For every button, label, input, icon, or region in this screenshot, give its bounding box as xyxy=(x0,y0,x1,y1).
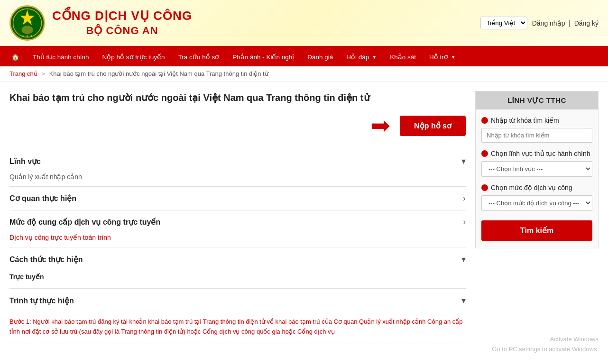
language-select[interactable]: Tiếng Việt English xyxy=(480,17,527,29)
accordion-cach-thuc-content: Trực tuyến xyxy=(9,271,466,288)
hoi-dap-arrow-icon: ▼ xyxy=(372,55,377,60)
svg-point-3 xyxy=(22,26,33,34)
page-title: Khai báo tạm trú cho người nước ngoài tạ… xyxy=(9,91,466,104)
linh-vuc-chevron-down-icon: ▾ xyxy=(461,156,466,166)
submit-button[interactable]: Nộp hồ sơ xyxy=(400,116,466,136)
accordion-muc-do-header[interactable]: Mức độ cung cấp dịch vụ công trực tuyến … xyxy=(9,210,466,234)
accordion-linh-vuc-content: Quản lý xuất nhập cảnh xyxy=(9,173,466,186)
accordion-linh-vuc-header[interactable]: Lĩnh vực ▾ xyxy=(9,149,466,173)
nav-item-nop-ho-so[interactable]: Nộp hồ sơ trực tuyến xyxy=(96,47,172,66)
search-label: Nhập từ khóa tìm kiếm xyxy=(481,117,592,124)
accordion-cach-thuc-header[interactable]: Cách thức thực hiện ▾ xyxy=(9,247,466,271)
accordion-muc-do-title: Mức độ cung cấp dịch vụ công trực tuyến xyxy=(9,218,160,227)
header-right: Tiếng Việt English Đăng nhập | Đăng ký xyxy=(480,17,599,29)
sidebar-title: LĨNH VỰC TTHC xyxy=(476,91,598,109)
domain-radio-icon xyxy=(481,150,488,157)
breadcrumb-current: Khai báo tạm trú cho người nước ngoài tạ… xyxy=(49,70,268,77)
search-radio-icon xyxy=(481,117,488,124)
domain-label-text: Chọn lĩnh vực thủ tục hành chính xyxy=(491,150,590,157)
nav-item-tra-cuu[interactable]: Tra cứu hồ sơ xyxy=(172,47,226,66)
nav-item-thu-tuc[interactable]: Thủ tục hành chính xyxy=(26,47,96,66)
nav-item-ho-tro[interactable]: Hỗ trợ ▼ xyxy=(423,47,462,66)
accordion-trinh-tu: Trình tự thực hiện ▾ Bước 1: Người khai … xyxy=(9,289,466,343)
accordion-trinh-tu-header[interactable]: Trình tự thực hiện ▾ xyxy=(9,289,466,312)
accordion-cach-thuc: Cách thức thực hiện ▾ Trực tuyến xyxy=(9,247,466,289)
level-radio-icon xyxy=(481,184,488,191)
accordion-linh-vuc-title: Lĩnh vực xyxy=(9,157,41,166)
svg-text:✦ ✦ ✦: ✦ ✦ ✦ xyxy=(21,34,33,38)
level-label: Chọn mức độ dịch vụ công xyxy=(481,184,592,191)
accordion-co-quan-header[interactable]: Cơ quan thực hiện › xyxy=(9,187,466,210)
accordion-co-quan-title: Cơ quan thực hiện xyxy=(9,194,76,203)
nav-item-phan-anh[interactable]: Phản ánh - Kiến nghị xyxy=(226,47,301,66)
breadcrumb: Trang chủ > Khai báo tạm trú cho người n… xyxy=(0,66,608,82)
breadcrumb-home[interactable]: Trang chủ xyxy=(9,70,37,77)
sidebar-body: Nhập từ khóa tìm kiếm Chọn lĩnh vực thủ … xyxy=(476,109,598,248)
accordion-cach-thuc-title: Cách thức thực hiện xyxy=(9,255,83,264)
breadcrumb-sep: > xyxy=(41,70,46,77)
login-link[interactable]: Đăng nhập xyxy=(532,19,565,27)
step-text: Bước 1: Người khai báo tạm trú đăng ký t… xyxy=(9,312,466,337)
accordion-muc-do-content: Dịch vụ công trực tuyến toàn trình xyxy=(9,234,466,247)
nav-item-danh-gia[interactable]: Đánh giá xyxy=(301,48,340,66)
domain-label: Chọn lĩnh vực thủ tục hành chính xyxy=(481,150,592,157)
content-area: Khai báo tạm trú cho người nước ngoài tạ… xyxy=(9,91,466,343)
navbar: 🏠 Thủ tục hành chính Nộp hồ sơ trực tuyế… xyxy=(0,47,608,66)
search-button[interactable]: Tìm kiếm xyxy=(481,220,592,241)
cach-thuc-value: Trực tuyến xyxy=(9,271,466,282)
nav-item-khao-sat[interactable]: Khảo sát xyxy=(383,47,423,66)
sidebar-box: LĨNH VỰC TTHC Nhập từ khóa tìm kiếm Chọn… xyxy=(475,91,599,248)
arrow-right-icon: ➡ xyxy=(370,114,390,137)
auth-links: Đăng nhập | Đăng ký xyxy=(532,19,599,27)
register-link[interactable]: Đăng ký xyxy=(574,19,599,27)
ho-tro-arrow-icon: ▼ xyxy=(451,55,456,60)
nav-home[interactable]: 🏠 xyxy=(5,47,26,66)
logo-emblem: ✦ ✦ ✦ xyxy=(9,5,45,41)
title-line2: BỘ CÔNG AN xyxy=(52,24,192,38)
level-label-text: Chọn mức độ dịch vụ công xyxy=(491,184,572,191)
search-label-text: Nhập từ khóa tìm kiếm xyxy=(491,117,559,124)
title-line1: CỔNG DỊCH VỤ CÔNG xyxy=(52,8,192,24)
accordion-co-quan: Cơ quan thực hiện › xyxy=(9,187,466,210)
header-title: CỔNG DỊCH VỤ CÔNG BỘ CÔNG AN xyxy=(52,8,192,37)
accordion-muc-do: Mức độ cung cấp dịch vụ công trực tuyến … xyxy=(9,210,466,247)
accordion-linh-vuc: Lĩnh vực ▾ Quản lý xuất nhập cảnh xyxy=(9,149,466,187)
linh-vuc-value: Quản lý xuất nhập cảnh xyxy=(9,173,82,181)
main-container: Khai báo tạm trú cho người nước ngoài tạ… xyxy=(0,82,608,343)
muc-do-link[interactable]: Dịch vụ công trực tuyến toàn trình xyxy=(9,234,111,241)
header: ✦ ✦ ✦ CỔNG DỊCH VỤ CÔNG BỘ CÔNG AN Tiếng… xyxy=(0,0,608,47)
submit-row: ➡ Nộp hồ sơ xyxy=(9,114,466,137)
accordion-trinh-tu-content: Bước 1: Người khai báo tạm trú đăng ký t… xyxy=(9,312,466,343)
accordion-trinh-tu-title: Trình tự thực hiện xyxy=(9,296,74,305)
muc-do-chevron-right-icon: › xyxy=(463,217,466,227)
co-quan-chevron-right-icon: › xyxy=(463,193,466,203)
home-icon: 🏠 xyxy=(11,53,19,61)
cach-thuc-chevron-down-icon: ▾ xyxy=(461,254,466,264)
trinh-tu-chevron-down-icon: ▾ xyxy=(461,295,466,306)
level-select[interactable]: --- Chọn mức độ dịch vụ công --- xyxy=(481,195,592,211)
search-input[interactable] xyxy=(481,128,592,143)
logo-area: ✦ ✦ ✦ CỔNG DỊCH VỤ CÔNG BỘ CÔNG AN xyxy=(9,5,192,41)
nav-item-hoi-dap[interactable]: Hỏi đáp ▼ xyxy=(340,47,383,66)
sidebar: LĨNH VỰC TTHC Nhập từ khóa tìm kiếm Chọn… xyxy=(475,91,599,343)
domain-select[interactable]: --- Chọn lĩnh vực --- xyxy=(481,161,592,177)
